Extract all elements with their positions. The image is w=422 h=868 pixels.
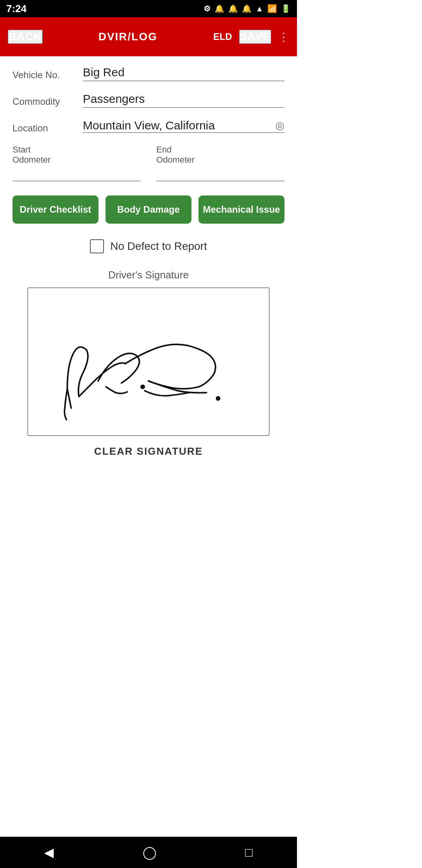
signal-icon: 📶	[267, 4, 277, 13]
signature-svg	[28, 288, 269, 435]
odometer-row: StartOdometer EndOdometer	[13, 145, 284, 181]
menu-icon[interactable]: ⋮	[278, 30, 289, 43]
settings-icon: ⚙	[204, 4, 211, 13]
mechanical-issue-button[interactable]: Mechanical Issue	[198, 195, 284, 224]
status-bar: 7:24 ⚙ 🔔 🔔 🔔 ▲ 📶 🔋	[0, 0, 297, 17]
main-content: Vehicle No. Commodity Location ◎ StartOd…	[0, 56, 297, 837]
save-button[interactable]: SAVE	[239, 30, 271, 44]
location-input-wrapper: ◎	[83, 119, 284, 133]
no-defect-checkbox[interactable]	[90, 239, 104, 253]
location-icon[interactable]: ◎	[275, 120, 284, 132]
svg-point-1	[216, 396, 220, 401]
start-odometer-label: StartOdometer	[13, 145, 141, 165]
wifi-icon: ▲	[256, 4, 263, 13]
back-button[interactable]: BACK	[8, 30, 43, 44]
end-odometer-input[interactable]	[156, 167, 284, 181]
battery-icon: 🔋	[281, 4, 291, 13]
app-bar-title: DVIR/LOG	[98, 30, 157, 43]
no-defect-row: No Defect to Report	[13, 239, 284, 253]
eld-label: ELD	[213, 31, 232, 42]
commodity-input[interactable]	[83, 92, 284, 108]
clear-signature-button[interactable]: CLEAR SIGNATURE	[94, 445, 203, 457]
vehicle-label: Vehicle No.	[13, 66, 83, 81]
vehicle-row: Vehicle No.	[13, 66, 284, 81]
driver-checklist-button[interactable]: Driver Checklist	[13, 195, 98, 224]
signature-section: Driver's Signature	[13, 269, 284, 457]
nav-recent-button[interactable]: □	[245, 845, 252, 860]
commodity-label: Commodity	[13, 92, 83, 107]
app-bar: BACK DVIR/LOG ELD SAVE ⋮	[0, 17, 297, 56]
notification2-icon: 🔔	[228, 4, 238, 13]
location-input[interactable]	[83, 119, 275, 132]
notification3-icon: 🔔	[242, 4, 252, 13]
start-odometer-field: StartOdometer	[13, 145, 141, 181]
action-buttons: Driver Checklist Body Damage Mechanical …	[13, 195, 284, 224]
commodity-row: Commodity	[13, 92, 284, 108]
location-label: Location	[13, 119, 83, 134]
signature-title: Driver's Signature	[108, 269, 189, 281]
notification-icon: 🔔	[215, 4, 224, 13]
svg-point-0	[140, 384, 145, 389]
no-defect-label: No Defect to Report	[110, 240, 207, 253]
vehicle-input[interactable]	[83, 66, 284, 81]
nav-back-button[interactable]: ◀	[44, 845, 54, 860]
nav-home-button[interactable]: ◯	[143, 845, 157, 860]
location-row: Location ◎	[13, 119, 284, 134]
time-display: 7:24	[6, 3, 27, 15]
start-odometer-input[interactable]	[13, 167, 141, 181]
signature-canvas[interactable]	[27, 287, 270, 436]
bottom-nav: ◀ ◯ □	[0, 837, 297, 868]
body-damage-button[interactable]: Body Damage	[106, 195, 191, 224]
end-odometer-field: EndOdometer	[156, 145, 284, 181]
end-odometer-label: EndOdometer	[156, 145, 284, 165]
